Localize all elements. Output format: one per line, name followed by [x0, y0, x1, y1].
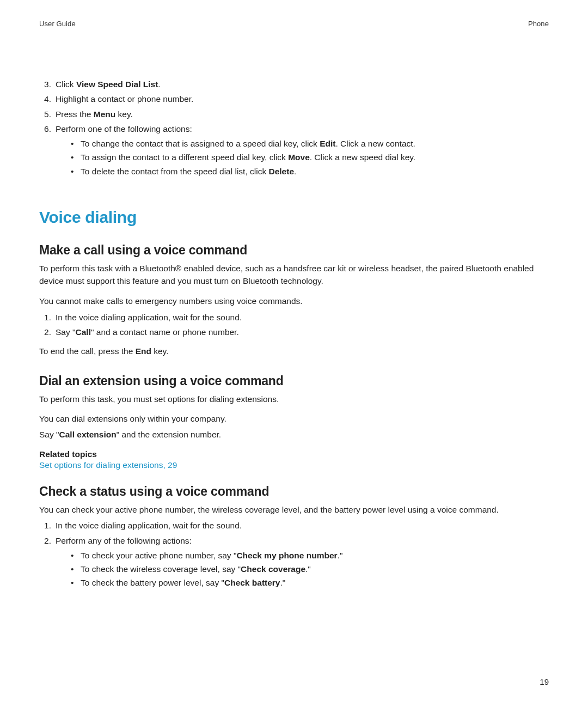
- sub-list-item: To change the contact that is assigned t…: [71, 137, 549, 150]
- paragraph: To perform this task, you must set optio…: [39, 393, 549, 405]
- paragraph: To perform this task with a Bluetooth® e…: [39, 262, 549, 288]
- step-text: Say "Call" and a contact name or phone n…: [56, 327, 239, 337]
- section-heading-voice-dialing: Voice dialing: [39, 208, 549, 227]
- header-right: Phone: [528, 20, 549, 28]
- step-text: Press the Menu key.: [56, 109, 133, 119]
- page-header: User Guide Phone: [39, 20, 549, 28]
- step-text: Highlight a contact or phone number.: [56, 94, 193, 104]
- page-root: User Guide Phone 3. Click View Speed Dia…: [0, 0, 588, 706]
- sub-list-item: To assign the contact to a different spe…: [71, 151, 549, 163]
- list-item: 2. Perform any of the following actions:…: [39, 534, 549, 589]
- sub-list-item: To delete the contact from the speed dia…: [71, 165, 549, 178]
- sub-list: To check your active phone number, say "…: [71, 549, 549, 589]
- topic-heading-make-call: Make a call using a voice command: [39, 243, 549, 258]
- sub-list-item: To check the wireless coverage level, sa…: [71, 563, 549, 575]
- step-text: Perform any of the following actions:: [56, 536, 192, 545]
- speed-dial-steps: 3. Click View Speed Dial List. 4. Highli…: [39, 78, 549, 178]
- paragraph: To end the call, press the End key.: [39, 345, 549, 357]
- list-item: 1. In the voice dialing application, wai…: [39, 311, 549, 324]
- list-item: 5. Press the Menu key.: [39, 108, 549, 120]
- step-text: Perform one of the following actions:: [56, 124, 192, 133]
- page-number: 19: [540, 677, 549, 686]
- paragraph: You cannot make calls to emergency numbe…: [39, 295, 549, 307]
- list-item: 1. In the voice dialing application, wai…: [39, 519, 549, 532]
- list-item: 6. Perform one of the following actions:…: [39, 123, 549, 178]
- paragraph: You can dial extensions only within your…: [39, 412, 549, 425]
- topic-heading-dial-extension: Dial an extension using a voice command: [39, 374, 549, 388]
- check-status-steps: 1. In the voice dialing application, wai…: [39, 519, 549, 589]
- make-call-steps: 1. In the voice dialing application, wai…: [39, 311, 549, 339]
- sub-list-item: To check your active phone number, say "…: [71, 549, 549, 562]
- header-left: User Guide: [39, 20, 76, 28]
- sub-list-item: To check the battery power level, say "C…: [71, 576, 549, 589]
- list-item: 3. Click View Speed Dial List.: [39, 78, 549, 90]
- step-text: In the voice dialing application, wait f…: [56, 521, 242, 530]
- step-text: Click View Speed Dial List.: [56, 80, 161, 89]
- related-link-set-options[interactable]: Set options for dialing extensions, 29: [39, 460, 177, 470]
- paragraph: Say "Call extension" and the extension n…: [39, 428, 549, 441]
- sub-list: To change the contact that is assigned t…: [71, 137, 549, 178]
- topic-heading-check-status: Check a status using a voice command: [39, 484, 549, 499]
- list-item: 2. Say "Call" and a contact name or phon…: [39, 326, 549, 338]
- list-item: 4. Highlight a contact or phone number.: [39, 93, 549, 105]
- step-text: In the voice dialing application, wait f…: [56, 313, 242, 322]
- related-topics-heading: Related topics: [39, 449, 549, 459]
- paragraph: You can check your active phone number, …: [39, 503, 549, 516]
